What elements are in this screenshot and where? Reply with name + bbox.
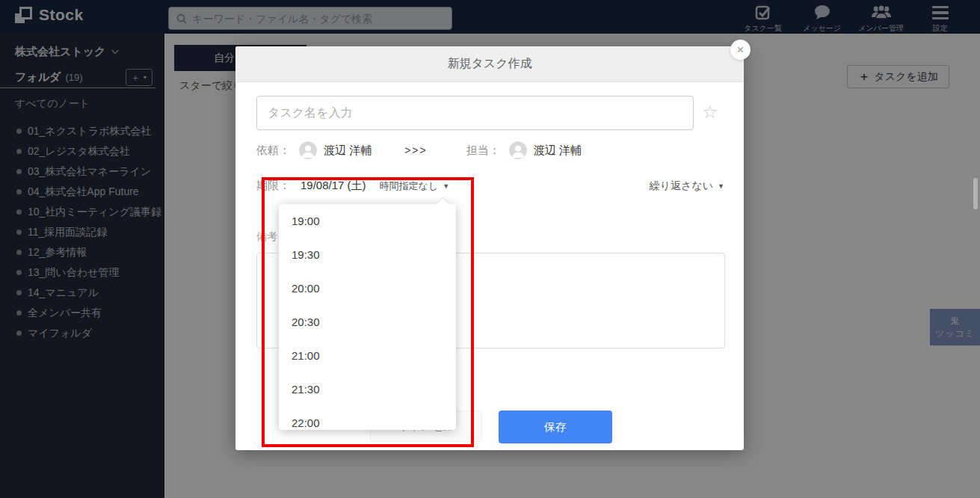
close-icon[interactable]: × [730, 40, 751, 60]
time-dropdown: 19:00 19:30 20:00 20:30 21:00 21:30 22:0… [279, 204, 456, 430]
assignee-name[interactable]: 渡辺 洋輔 [534, 144, 582, 158]
task-name-input[interactable] [256, 96, 694, 130]
deadline-row: 期限： 19/08/17 (土) 時間指定なし ▼ 繰り返さない ▼ [256, 179, 724, 193]
time-option[interactable]: 21:00 [279, 339, 456, 372]
save-button[interactable]: 保存 [499, 411, 612, 443]
time-select[interactable]: 時間指定なし ▼ [380, 179, 450, 193]
time-option[interactable]: 19:00 [279, 204, 456, 238]
dropdown-scrollbar[interactable] [973, 178, 978, 209]
repeat-select-value: 繰り返さない [650, 179, 713, 193]
repeat-select[interactable]: 繰り返さない ▼ [650, 179, 724, 193]
modal-title: 新規タスク作成 [447, 56, 531, 72]
time-option[interactable]: 19:30 [279, 238, 456, 271]
requester-avatar[interactable] [299, 141, 317, 159]
time-select-value: 時間指定なし [380, 179, 439, 193]
deadline-label: 期限： [256, 179, 290, 193]
chevron-down-icon: ▼ [443, 182, 449, 190]
notes-label: 備考 [256, 230, 277, 244]
assignee-label: 担当： [466, 144, 500, 158]
modal-header: 新規タスク作成 [235, 46, 744, 82]
deadline-date[interactable]: 19/08/17 (土) [301, 179, 366, 193]
requester-label: 依頼： [256, 144, 290, 158]
requester-name[interactable]: 渡辺 洋輔 [324, 144, 372, 158]
time-option[interactable]: 22:00 [279, 406, 456, 430]
people-row: 依頼： 渡辺 洋輔 >>> 担当： 渡辺 洋輔 [256, 141, 582, 159]
app-window: Stock タスク一覧 メッセージ [0, 0, 980, 498]
time-option[interactable]: 21:30 [279, 372, 456, 406]
star-icon[interactable]: ☆ [702, 102, 718, 123]
chevron-down-icon: ▼ [718, 182, 724, 190]
assignee-avatar[interactable] [509, 141, 527, 159]
arrow-chain: >>> [404, 144, 428, 156]
time-option[interactable]: 20:00 [279, 271, 456, 305]
time-option[interactable]: 20:30 [279, 305, 456, 339]
